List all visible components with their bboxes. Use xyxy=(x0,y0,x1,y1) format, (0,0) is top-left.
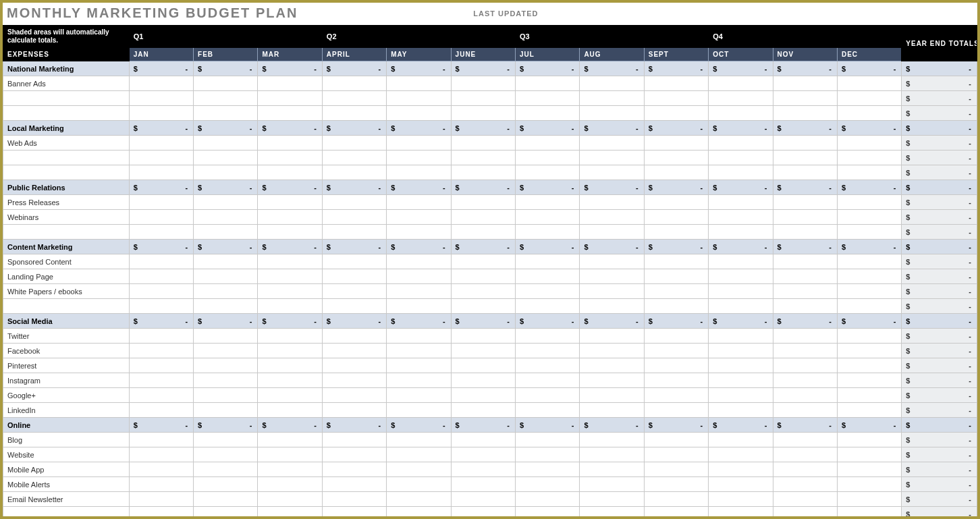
month-cell[interactable] xyxy=(837,492,901,507)
month-cell[interactable] xyxy=(709,507,773,520)
month-cell[interactable] xyxy=(580,254,644,269)
month-cell[interactable] xyxy=(387,151,451,165)
month-cell[interactable] xyxy=(194,136,258,151)
month-cell[interactable] xyxy=(580,373,644,388)
month-cell[interactable] xyxy=(516,477,580,492)
month-cell[interactable] xyxy=(451,433,515,447)
month-cell[interactable]: $- xyxy=(709,180,773,195)
month-cell[interactable] xyxy=(194,269,258,284)
month-cell[interactable] xyxy=(773,106,837,121)
month-cell[interactable] xyxy=(194,284,258,299)
month-cell[interactable] xyxy=(258,269,322,284)
month-cell[interactable] xyxy=(129,507,193,520)
month-cell[interactable] xyxy=(129,254,193,269)
month-cell[interactable]: $- xyxy=(194,180,258,195)
month-cell[interactable]: $- xyxy=(837,180,901,195)
month-cell[interactable]: $- xyxy=(194,240,258,254)
month-cell[interactable] xyxy=(580,284,644,299)
month-cell[interactable] xyxy=(387,433,451,447)
item-label[interactable]: Banner Ads xyxy=(3,76,130,91)
month-cell[interactable] xyxy=(516,358,580,373)
month-cell[interactable]: $- xyxy=(451,61,515,76)
month-cell[interactable] xyxy=(837,91,901,106)
month-cell[interactable] xyxy=(322,447,386,462)
month-cell[interactable] xyxy=(387,388,451,403)
month-cell[interactable] xyxy=(194,151,258,165)
year-end-cell[interactable]: $- xyxy=(902,151,977,165)
item-label[interactable]: LinkedIn xyxy=(3,403,130,418)
year-end-cell[interactable]: $- xyxy=(902,225,977,240)
month-cell[interactable] xyxy=(709,358,773,373)
month-cell[interactable] xyxy=(322,254,386,269)
month-cell[interactable] xyxy=(516,299,580,314)
month-cell[interactable] xyxy=(387,76,451,91)
month-cell[interactable] xyxy=(451,358,515,373)
month-cell[interactable] xyxy=(258,210,322,225)
year-end-cell[interactable]: $- xyxy=(902,254,977,269)
month-cell[interactable] xyxy=(644,477,708,492)
month-cell[interactable] xyxy=(644,195,708,210)
month-cell[interactable] xyxy=(773,358,837,373)
month-cell[interactable] xyxy=(644,225,708,240)
month-cell[interactable] xyxy=(129,151,193,165)
month-cell[interactable]: $- xyxy=(451,180,515,195)
year-end-cell[interactable]: $- xyxy=(902,284,977,299)
month-cell[interactable] xyxy=(129,195,193,210)
month-cell[interactable]: $- xyxy=(580,418,644,433)
year-end-cell[interactable]: $- xyxy=(902,462,977,477)
month-cell[interactable]: $- xyxy=(709,61,773,76)
month-cell[interactable] xyxy=(709,433,773,447)
month-cell[interactable] xyxy=(194,492,258,507)
month-cell[interactable] xyxy=(194,433,258,447)
item-label[interactable]: Instagram xyxy=(3,373,130,388)
month-cell[interactable] xyxy=(580,403,644,418)
month-cell[interactable]: $- xyxy=(773,61,837,76)
month-cell[interactable]: $- xyxy=(322,121,386,136)
month-cell[interactable] xyxy=(516,447,580,462)
month-cell[interactable] xyxy=(451,195,515,210)
month-cell[interactable] xyxy=(258,344,322,358)
month-cell[interactable]: $- xyxy=(451,121,515,136)
month-cell[interactable] xyxy=(837,477,901,492)
month-cell[interactable] xyxy=(773,225,837,240)
month-cell[interactable] xyxy=(516,165,580,180)
month-cell[interactable] xyxy=(709,373,773,388)
year-end-cell[interactable]: $- xyxy=(902,433,977,447)
item-label[interactable]: Pinterest xyxy=(3,358,130,373)
month-cell[interactable] xyxy=(644,358,708,373)
month-cell[interactable] xyxy=(194,195,258,210)
month-cell[interactable] xyxy=(451,462,515,477)
year-end-cell[interactable]: $- xyxy=(902,388,977,403)
month-cell[interactable] xyxy=(451,151,515,165)
month-cell[interactable] xyxy=(258,91,322,106)
month-cell[interactable] xyxy=(129,106,193,121)
month-cell[interactable] xyxy=(644,507,708,520)
month-cell[interactable] xyxy=(709,492,773,507)
month-cell[interactable] xyxy=(644,373,708,388)
month-cell[interactable] xyxy=(837,462,901,477)
month-cell[interactable]: $- xyxy=(387,121,451,136)
month-cell[interactable] xyxy=(194,299,258,314)
month-cell[interactable]: $- xyxy=(709,121,773,136)
year-end-cell[interactable]: $- xyxy=(902,240,977,254)
month-cell[interactable] xyxy=(194,165,258,180)
month-cell[interactable] xyxy=(516,91,580,106)
month-cell[interactable]: $- xyxy=(516,61,580,76)
month-cell[interactable]: $- xyxy=(451,418,515,433)
month-cell[interactable] xyxy=(580,344,644,358)
month-cell[interactable] xyxy=(644,388,708,403)
month-cell[interactable] xyxy=(194,388,258,403)
month-cell[interactable]: $- xyxy=(258,61,322,76)
item-label[interactable]: Webinars xyxy=(3,210,130,225)
month-cell[interactable] xyxy=(129,358,193,373)
month-cell[interactable] xyxy=(322,462,386,477)
month-cell[interactable] xyxy=(322,358,386,373)
month-cell[interactable] xyxy=(773,284,837,299)
month-cell[interactable] xyxy=(322,433,386,447)
month-cell[interactable] xyxy=(580,165,644,180)
month-cell[interactable] xyxy=(322,136,386,151)
month-cell[interactable]: $- xyxy=(258,418,322,433)
month-cell[interactable] xyxy=(258,284,322,299)
month-cell[interactable] xyxy=(516,269,580,284)
month-cell[interactable] xyxy=(516,462,580,477)
